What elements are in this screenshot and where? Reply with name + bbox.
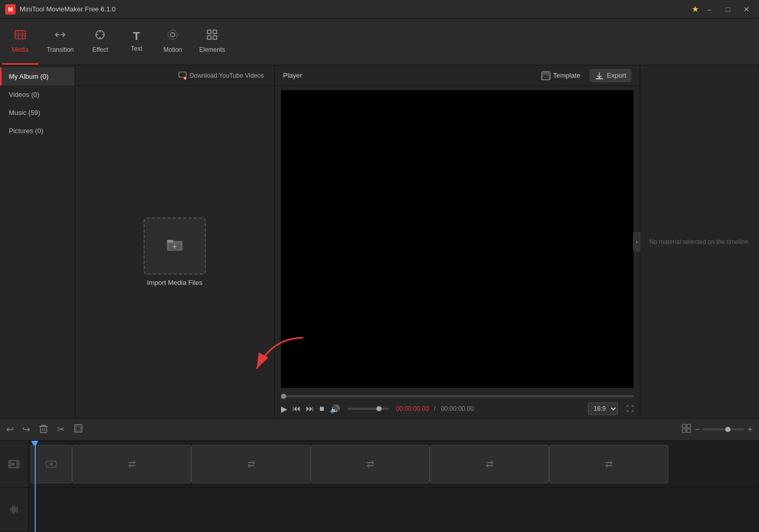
transition-icon-2: ⇄ <box>247 458 255 470</box>
player-header: Player Template Export <box>275 65 640 86</box>
total-time: 00:00:00.00 <box>441 405 473 412</box>
volume-dot <box>376 406 382 411</box>
svg-rect-23 <box>687 429 691 433</box>
fullscreen-button[interactable]: ⛶ <box>626 405 634 413</box>
import-area: Import Media Files <box>75 86 274 418</box>
player-panel: Player Template Export <box>275 65 640 418</box>
aspect-ratio-select[interactable]: 16:9 9:16 4:3 1:1 <box>588 402 618 415</box>
player-controls: ▶ ⏮ ⏭ ■ 🔊 00:00:00.00 / 00:00:00.00 16:9… <box>275 392 640 418</box>
delete-button[interactable] <box>38 423 49 436</box>
properties-panel: › No material selected on the timeline. <box>640 65 759 418</box>
playhead <box>35 441 36 532</box>
timeline: ↩ ↪ ✂ − <box>0 418 759 532</box>
transition-clip-4[interactable]: ⇄ <box>430 445 549 483</box>
effect-icon <box>94 28 106 44</box>
svg-rect-18 <box>75 425 82 432</box>
transition-clip-1[interactable]: ⇄ <box>72 445 191 483</box>
player-actions: Template Export <box>536 69 631 82</box>
svg-point-2 <box>171 33 175 37</box>
no-material-text: No material selected on the timeline. <box>649 238 750 246</box>
media-area: My Album (0) Videos (0) Music (59) Pictu… <box>0 65 274 418</box>
player-title: Player <box>283 71 302 79</box>
title-bar: M MiniTool MovieMaker Free 6.1.0 ★ – □ ✕ <box>0 0 759 19</box>
transition-icon <box>54 28 66 44</box>
toolbar: Media Transition Effect T Text <box>0 19 759 65</box>
toolbar-media[interactable]: Media <box>2 19 38 65</box>
zoom-slider[interactable] <box>702 428 744 430</box>
export-button[interactable]: Export <box>589 69 631 82</box>
left-panel: My Album (0) Videos (0) Music (59) Pictu… <box>0 65 275 418</box>
sidebar-item-pictures[interactable]: Pictures (0) <box>0 122 75 140</box>
svg-point-3 <box>168 30 177 39</box>
transition-clip-3[interactable]: ⇄ <box>311 445 430 483</box>
video-track-label <box>0 441 28 487</box>
minimize-button[interactable]: – <box>702 2 716 17</box>
transition-clip-5[interactable]: ⇄ <box>549 445 668 483</box>
toolbar-motion-label: Motion <box>163 46 182 53</box>
current-time: 00:00:00.00 <box>396 405 429 412</box>
close-button[interactable]: ✕ <box>739 2 754 17</box>
folder-icon <box>166 237 183 255</box>
template-label: Template <box>553 71 581 79</box>
toolbar-elements[interactable]: Elements <box>191 19 233 65</box>
svg-rect-15 <box>542 71 550 75</box>
timeline-toolbar: ↩ ↪ ✂ − <box>0 419 759 441</box>
crop-button[interactable] <box>73 423 83 436</box>
template-button[interactable]: Template <box>536 69 586 82</box>
import-media-button[interactable] <box>144 218 206 275</box>
zoom-out-button[interactable]: − <box>694 424 700 435</box>
zoom-dot <box>725 427 730 432</box>
svg-rect-0 <box>15 31 25 39</box>
transition-icon-4: ⇄ <box>486 458 494 470</box>
svg-rect-26 <box>16 461 19 468</box>
maximize-button[interactable]: □ <box>721 2 735 17</box>
transition-icon-3: ⇄ <box>367 458 374 470</box>
volume-slider[interactable] <box>347 408 389 410</box>
controls-row: ▶ ⏮ ⏭ ■ 🔊 00:00:00.00 / 00:00:00.00 16:9… <box>281 402 634 415</box>
transition-clip-2[interactable]: ⇄ <box>191 445 311 483</box>
toolbar-media-label: Media <box>12 46 29 53</box>
svg-rect-4 <box>207 30 211 34</box>
elements-icon <box>206 28 218 44</box>
undo-button[interactable]: ↩ <box>6 424 14 435</box>
svg-rect-20 <box>682 424 686 428</box>
svg-rect-17 <box>40 426 47 433</box>
toolbar-transition[interactable]: Transition <box>38 19 82 65</box>
download-youtube-label: Download YouTube Videos <box>190 72 264 79</box>
prev-frame-button[interactable]: ⏮ <box>292 404 301 413</box>
timeline-body: ⇄ ⇄ ⇄ ⇄ ⇄ <box>0 441 759 532</box>
svg-rect-21 <box>687 424 691 428</box>
toolbar-motion[interactable]: Motion <box>154 19 191 65</box>
svg-rect-5 <box>213 30 217 34</box>
redo-button[interactable]: ↪ <box>22 424 30 435</box>
export-label: Export <box>607 71 626 79</box>
sidebar-item-videos[interactable]: Videos (0) <box>0 85 75 104</box>
toolbar-effect-label: Effect <box>92 46 108 53</box>
media-content: Download YouTube Videos <box>75 65 274 418</box>
cut-button[interactable]: ✂ <box>57 424 65 435</box>
star-icon: ★ <box>692 4 699 14</box>
stop-button[interactable]: ■ <box>319 404 325 413</box>
toolbar-text[interactable]: T Text <box>118 19 154 65</box>
transition-icon-1: ⇄ <box>128 458 136 470</box>
app-title: MiniTool MovieMaker Free 6.1.0 <box>20 5 692 13</box>
progress-dot <box>281 394 286 399</box>
audio-track-label <box>0 487 28 532</box>
main-layout: My Album (0) Videos (0) Music (59) Pictu… <box>0 65 759 418</box>
timeline-grid-icon[interactable] <box>682 424 691 435</box>
collapse-panel-button[interactable]: › <box>633 233 640 251</box>
svg-rect-19 <box>76 426 80 430</box>
next-frame-button[interactable]: ⏭ <box>306 404 314 413</box>
add-clip-button[interactable] <box>31 445 72 483</box>
sidebar-item-music[interactable]: Music (59) <box>0 104 75 122</box>
progress-bar[interactable] <box>281 395 634 397</box>
zoom-in-button[interactable]: + <box>747 424 753 435</box>
play-button[interactable]: ▶ <box>281 404 287 414</box>
toolbar-effect[interactable]: Effect <box>82 19 118 65</box>
volume-icon[interactable]: 🔊 <box>330 404 340 414</box>
toolbar-elements-label: Elements <box>199 46 225 53</box>
video-track-area: ⇄ ⇄ ⇄ ⇄ ⇄ <box>29 441 759 487</box>
download-youtube-button[interactable]: Download YouTube Videos <box>174 69 268 82</box>
sidebar-item-my-album[interactable]: My Album (0) <box>0 67 75 85</box>
app-logo: M <box>5 4 16 15</box>
